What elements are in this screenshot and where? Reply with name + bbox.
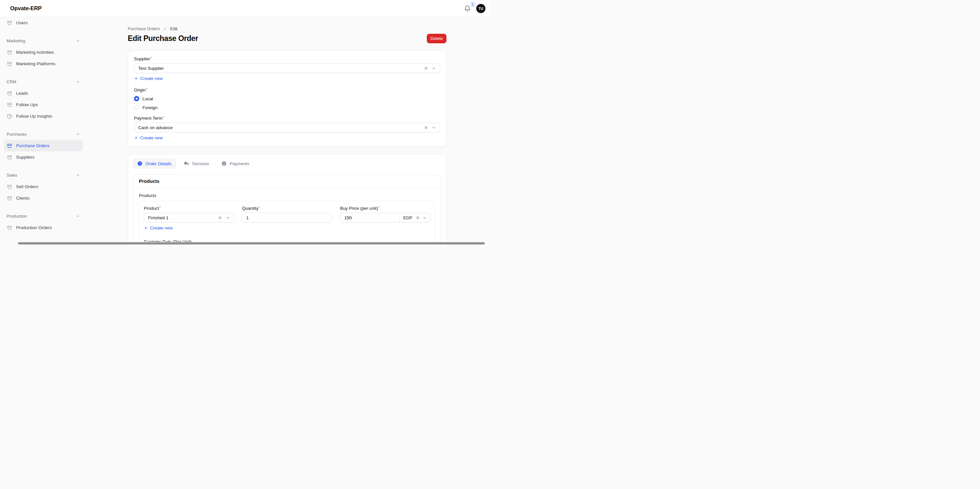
tab-label: Services — [192, 161, 209, 166]
archive-icon — [7, 225, 12, 230]
sidebar-item-purchase-orders[interactable]: Purchase Orders — [4, 140, 83, 151]
sidebar-item-label: Production Orders — [16, 225, 52, 230]
sidebar-item-label: Clients — [16, 196, 29, 201]
order-form-card: Supplier* Test Supplier Create new Origi… — [128, 50, 446, 147]
quantity-input[interactable] — [242, 213, 332, 223]
sidebar-item-label: Follow Up Insights — [16, 114, 52, 119]
clear-icon[interactable] — [218, 216, 222, 220]
supplier-label: Supplier* — [134, 56, 440, 61]
sidebar-section-crm[interactable]: CRM — [4, 76, 83, 88]
sidebar-item-label: Marketing Activities — [16, 50, 54, 55]
sidebar-item-label: Purchase Orders — [16, 143, 49, 148]
payment-term-select[interactable]: Cash on advance — [134, 123, 440, 132]
archive-icon — [7, 91, 12, 96]
order-details-card: Order Details Services $ Payments — [128, 154, 446, 244]
product-row: Product* Finished 1 — [139, 201, 435, 244]
plus-icon — [144, 226, 148, 230]
product-select[interactable]: Finished 1 — [144, 213, 234, 223]
chevron-down-icon[interactable] — [226, 216, 230, 220]
sidebar-section-sales[interactable]: Sales — [4, 169, 83, 181]
plus-icon — [134, 76, 138, 81]
required-marker: * — [151, 56, 152, 60]
notifications-button[interactable]: 1 — [463, 4, 472, 13]
sidebar-item-label: Follow Ups — [16, 102, 38, 107]
sidebar-item-label: Marketing Platforms — [16, 61, 56, 66]
radio-checked-icon — [134, 96, 139, 101]
sidebar-item-production-orders[interactable]: Production Orders — [4, 222, 83, 233]
tab-order-details[interactable]: Order Details — [133, 158, 176, 169]
archive-icon — [7, 50, 12, 55]
create-new-label: Create new — [140, 76, 163, 81]
sidebar-item-users[interactable]: Users — [4, 17, 83, 29]
clear-icon[interactable] — [424, 126, 428, 130]
radio-unchecked-icon — [134, 105, 139, 110]
chevron-down-icon[interactable] — [432, 126, 436, 130]
products-box-title: Products — [139, 178, 435, 184]
top-bar: Opvate-ERP 1 TU — [0, 0, 490, 17]
tab-payments[interactable]: $ Payments — [217, 158, 254, 169]
chevron-down-icon[interactable] — [432, 66, 436, 70]
section-label: Marketing — [6, 38, 25, 43]
main-content: Purchase Orders Edit Edit Purchase Order… — [87, 17, 490, 244]
section-label: Purchases — [6, 132, 27, 137]
chevron-up-icon — [76, 173, 80, 177]
user-avatar[interactable]: TU — [476, 4, 485, 13]
sidebar-item-label: Leads — [16, 91, 28, 96]
truck-icon — [184, 161, 189, 166]
tab-services[interactable]: Services — [180, 158, 214, 169]
sidebar-section-marketing[interactable]: Marketing — [4, 35, 83, 46]
clear-icon[interactable] — [416, 216, 420, 220]
payment-term-select-value: Cash on advance — [138, 125, 173, 130]
pie-chart-icon — [7, 114, 12, 119]
horizontal-scrollbar — [0, 242, 490, 244]
sidebar-item-suppliers[interactable]: Suppliers — [4, 151, 83, 163]
section-label: Production — [6, 214, 27, 218]
chevron-down-icon[interactable] — [423, 216, 427, 220]
sidebar-item-marketing-activities[interactable]: Marketing Activities — [4, 46, 83, 58]
archive-icon — [7, 102, 12, 107]
breadcrumb-purchase-orders[interactable]: Purchase Orders — [128, 26, 160, 31]
sidebar-item-label: Suppliers — [16, 155, 34, 159]
chevron-up-icon — [76, 80, 80, 84]
buy-price-input[interactable] — [340, 213, 399, 223]
sidebar-item-clients[interactable]: Clients — [4, 193, 83, 204]
delete-button[interactable]: Delete — [427, 34, 446, 43]
sidebar-item-follow-ups[interactable]: Follow Ups — [4, 99, 83, 110]
supplier-select[interactable]: Test Supplier — [134, 63, 440, 73]
chevron-up-icon — [76, 39, 80, 43]
sidebar: Users Marketing Marketing Activities Mar… — [0, 17, 87, 244]
clear-icon[interactable] — [424, 66, 428, 70]
chevron-up-icon — [76, 132, 80, 136]
buy-price-label: Buy Price (per unit)* — [340, 206, 430, 211]
product-select-value: Finished 1 — [148, 215, 169, 220]
archive-icon — [7, 184, 12, 190]
product-label: Product* — [144, 206, 234, 211]
create-new-label: Create new — [140, 135, 163, 140]
tab-label: Payments — [230, 161, 249, 166]
sidebar-item-leads[interactable]: Leads — [4, 88, 83, 99]
quantity-label: Quantity* — [242, 206, 332, 211]
origin-option-foreign[interactable]: Foreign — [134, 105, 440, 110]
archive-icon — [7, 61, 12, 67]
create-new-label: Create new — [150, 226, 173, 230]
radio-label: Foreign — [143, 105, 158, 110]
currency-select-value: EGP — [403, 215, 412, 220]
create-new-payment-term-link[interactable]: Create new — [134, 135, 163, 140]
sidebar-section-purchases[interactable]: Purchases — [4, 129, 83, 140]
origin-option-local[interactable]: Local — [134, 96, 440, 101]
create-new-product-link[interactable]: Create new — [144, 226, 173, 230]
required-marker: * — [159, 206, 161, 209]
app-logo: Opvate-ERP — [10, 5, 41, 12]
sidebar-item-follow-up-insights[interactable]: Follow Up Insights — [4, 110, 83, 122]
chevron-up-icon — [76, 214, 80, 218]
sidebar-section-production[interactable]: Production — [4, 210, 83, 222]
create-new-supplier-link[interactable]: Create new — [134, 76, 163, 81]
payment-term-label: Payment Term* — [134, 116, 440, 121]
dollar-icon: $ — [221, 161, 227, 166]
currency-select[interactable]: EGP — [399, 213, 430, 223]
supplier-select-value: Test Supplier — [138, 66, 164, 71]
sidebar-item-sell-orders[interactable]: Sell Orders — [4, 181, 83, 193]
horizontal-scrollbar-thumb[interactable] — [18, 242, 485, 244]
sidebar-item-marketing-platforms[interactable]: Marketing Platforms — [4, 58, 83, 70]
archive-icon — [7, 196, 12, 201]
